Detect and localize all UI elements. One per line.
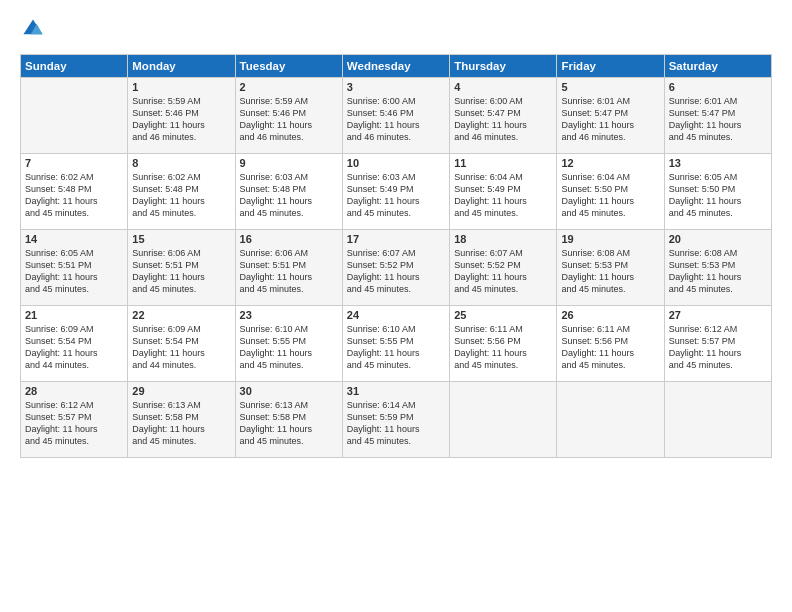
cell-info: Sunrise: 6:05 AM Sunset: 5:51 PM Dayligh… xyxy=(25,247,123,296)
cell-info: Sunrise: 6:00 AM Sunset: 5:47 PM Dayligh… xyxy=(454,95,552,144)
calendar-cell: 22Sunrise: 6:09 AM Sunset: 5:54 PM Dayli… xyxy=(128,306,235,382)
weekday-header-monday: Monday xyxy=(128,55,235,78)
calendar-cell xyxy=(557,382,664,458)
cell-info: Sunrise: 5:59 AM Sunset: 5:46 PM Dayligh… xyxy=(132,95,230,144)
cell-info: Sunrise: 6:02 AM Sunset: 5:48 PM Dayligh… xyxy=(25,171,123,220)
cell-info: Sunrise: 6:13 AM Sunset: 5:58 PM Dayligh… xyxy=(132,399,230,448)
cell-info: Sunrise: 6:10 AM Sunset: 5:55 PM Dayligh… xyxy=(347,323,445,372)
calendar-cell: 2Sunrise: 5:59 AM Sunset: 5:46 PM Daylig… xyxy=(235,78,342,154)
calendar-cell: 17Sunrise: 6:07 AM Sunset: 5:52 PM Dayli… xyxy=(342,230,449,306)
cell-info: Sunrise: 6:02 AM Sunset: 5:48 PM Dayligh… xyxy=(132,171,230,220)
cell-info: Sunrise: 6:08 AM Sunset: 5:53 PM Dayligh… xyxy=(669,247,767,296)
calendar-cell: 26Sunrise: 6:11 AM Sunset: 5:56 PM Dayli… xyxy=(557,306,664,382)
cell-info: Sunrise: 6:01 AM Sunset: 5:47 PM Dayligh… xyxy=(561,95,659,144)
cell-info: Sunrise: 6:11 AM Sunset: 5:56 PM Dayligh… xyxy=(561,323,659,372)
day-number: 8 xyxy=(132,157,230,169)
day-number: 29 xyxy=(132,385,230,397)
calendar-cell: 3Sunrise: 6:00 AM Sunset: 5:46 PM Daylig… xyxy=(342,78,449,154)
day-number: 7 xyxy=(25,157,123,169)
day-number: 25 xyxy=(454,309,552,321)
calendar-cell: 7Sunrise: 6:02 AM Sunset: 5:48 PM Daylig… xyxy=(21,154,128,230)
cell-info: Sunrise: 6:12 AM Sunset: 5:57 PM Dayligh… xyxy=(669,323,767,372)
calendar-cell: 30Sunrise: 6:13 AM Sunset: 5:58 PM Dayli… xyxy=(235,382,342,458)
calendar-cell: 11Sunrise: 6:04 AM Sunset: 5:49 PM Dayli… xyxy=(450,154,557,230)
week-row-4: 21Sunrise: 6:09 AM Sunset: 5:54 PM Dayli… xyxy=(21,306,772,382)
weekday-header-wednesday: Wednesday xyxy=(342,55,449,78)
header xyxy=(20,18,772,44)
day-number: 14 xyxy=(25,233,123,245)
header-row: SundayMondayTuesdayWednesdayThursdayFrid… xyxy=(21,55,772,78)
calendar-cell: 9Sunrise: 6:03 AM Sunset: 5:48 PM Daylig… xyxy=(235,154,342,230)
weekday-header-sunday: Sunday xyxy=(21,55,128,78)
day-number: 20 xyxy=(669,233,767,245)
calendar-cell: 20Sunrise: 6:08 AM Sunset: 5:53 PM Dayli… xyxy=(664,230,771,306)
cell-info: Sunrise: 6:01 AM Sunset: 5:47 PM Dayligh… xyxy=(669,95,767,144)
week-row-2: 7Sunrise: 6:02 AM Sunset: 5:48 PM Daylig… xyxy=(21,154,772,230)
cell-info: Sunrise: 6:08 AM Sunset: 5:53 PM Dayligh… xyxy=(561,247,659,296)
calendar-cell: 13Sunrise: 6:05 AM Sunset: 5:50 PM Dayli… xyxy=(664,154,771,230)
week-row-1: 1Sunrise: 5:59 AM Sunset: 5:46 PM Daylig… xyxy=(21,78,772,154)
day-number: 11 xyxy=(454,157,552,169)
day-number: 18 xyxy=(454,233,552,245)
day-number: 30 xyxy=(240,385,338,397)
day-number: 2 xyxy=(240,81,338,93)
weekday-header-saturday: Saturday xyxy=(664,55,771,78)
calendar-cell: 24Sunrise: 6:10 AM Sunset: 5:55 PM Dayli… xyxy=(342,306,449,382)
calendar-cell: 4Sunrise: 6:00 AM Sunset: 5:47 PM Daylig… xyxy=(450,78,557,154)
cell-info: Sunrise: 6:14 AM Sunset: 5:59 PM Dayligh… xyxy=(347,399,445,448)
cell-info: Sunrise: 5:59 AM Sunset: 5:46 PM Dayligh… xyxy=(240,95,338,144)
day-number: 24 xyxy=(347,309,445,321)
cell-info: Sunrise: 6:03 AM Sunset: 5:48 PM Dayligh… xyxy=(240,171,338,220)
calendar-cell: 8Sunrise: 6:02 AM Sunset: 5:48 PM Daylig… xyxy=(128,154,235,230)
cell-info: Sunrise: 6:03 AM Sunset: 5:49 PM Dayligh… xyxy=(347,171,445,220)
week-row-3: 14Sunrise: 6:05 AM Sunset: 5:51 PM Dayli… xyxy=(21,230,772,306)
day-number: 17 xyxy=(347,233,445,245)
day-number: 21 xyxy=(25,309,123,321)
day-number: 28 xyxy=(25,385,123,397)
calendar-cell: 27Sunrise: 6:12 AM Sunset: 5:57 PM Dayli… xyxy=(664,306,771,382)
week-row-5: 28Sunrise: 6:12 AM Sunset: 5:57 PM Dayli… xyxy=(21,382,772,458)
calendar-table: SundayMondayTuesdayWednesdayThursdayFrid… xyxy=(20,54,772,458)
day-number: 16 xyxy=(240,233,338,245)
calendar-cell xyxy=(664,382,771,458)
cell-info: Sunrise: 6:12 AM Sunset: 5:57 PM Dayligh… xyxy=(25,399,123,448)
cell-info: Sunrise: 6:09 AM Sunset: 5:54 PM Dayligh… xyxy=(132,323,230,372)
cell-info: Sunrise: 6:11 AM Sunset: 5:56 PM Dayligh… xyxy=(454,323,552,372)
cell-info: Sunrise: 6:07 AM Sunset: 5:52 PM Dayligh… xyxy=(454,247,552,296)
day-number: 5 xyxy=(561,81,659,93)
calendar-cell: 16Sunrise: 6:06 AM Sunset: 5:51 PM Dayli… xyxy=(235,230,342,306)
calendar-cell: 28Sunrise: 6:12 AM Sunset: 5:57 PM Dayli… xyxy=(21,382,128,458)
weekday-header-tuesday: Tuesday xyxy=(235,55,342,78)
day-number: 26 xyxy=(561,309,659,321)
day-number: 9 xyxy=(240,157,338,169)
calendar-cell xyxy=(21,78,128,154)
day-number: 6 xyxy=(669,81,767,93)
logo xyxy=(20,18,44,44)
weekday-header-friday: Friday xyxy=(557,55,664,78)
calendar-cell xyxy=(450,382,557,458)
calendar-cell: 14Sunrise: 6:05 AM Sunset: 5:51 PM Dayli… xyxy=(21,230,128,306)
day-number: 13 xyxy=(669,157,767,169)
logo-icon xyxy=(22,18,44,40)
day-number: 1 xyxy=(132,81,230,93)
calendar-cell: 25Sunrise: 6:11 AM Sunset: 5:56 PM Dayli… xyxy=(450,306,557,382)
day-number: 12 xyxy=(561,157,659,169)
calendar-cell: 19Sunrise: 6:08 AM Sunset: 5:53 PM Dayli… xyxy=(557,230,664,306)
day-number: 15 xyxy=(132,233,230,245)
cell-info: Sunrise: 6:10 AM Sunset: 5:55 PM Dayligh… xyxy=(240,323,338,372)
day-number: 3 xyxy=(347,81,445,93)
day-number: 10 xyxy=(347,157,445,169)
calendar-cell: 23Sunrise: 6:10 AM Sunset: 5:55 PM Dayli… xyxy=(235,306,342,382)
calendar-cell: 31Sunrise: 6:14 AM Sunset: 5:59 PM Dayli… xyxy=(342,382,449,458)
cell-info: Sunrise: 6:13 AM Sunset: 5:58 PM Dayligh… xyxy=(240,399,338,448)
calendar-cell: 21Sunrise: 6:09 AM Sunset: 5:54 PM Dayli… xyxy=(21,306,128,382)
calendar-page: SundayMondayTuesdayWednesdayThursdayFrid… xyxy=(0,0,792,612)
day-number: 27 xyxy=(669,309,767,321)
day-number: 22 xyxy=(132,309,230,321)
day-number: 19 xyxy=(561,233,659,245)
cell-info: Sunrise: 6:06 AM Sunset: 5:51 PM Dayligh… xyxy=(240,247,338,296)
weekday-header-thursday: Thursday xyxy=(450,55,557,78)
calendar-cell: 5Sunrise: 6:01 AM Sunset: 5:47 PM Daylig… xyxy=(557,78,664,154)
calendar-cell: 18Sunrise: 6:07 AM Sunset: 5:52 PM Dayli… xyxy=(450,230,557,306)
cell-info: Sunrise: 6:07 AM Sunset: 5:52 PM Dayligh… xyxy=(347,247,445,296)
